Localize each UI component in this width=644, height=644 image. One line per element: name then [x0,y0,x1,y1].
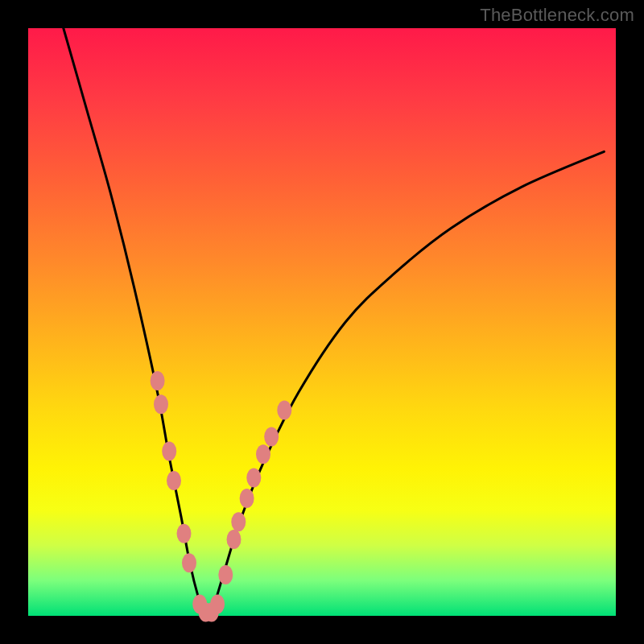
data-point [182,553,196,572]
data-point [151,371,165,390]
data-point [231,512,246,531]
bottleneck-curve [64,28,605,615]
data-point [264,427,279,446]
data-point [177,524,192,543]
data-point [210,594,225,613]
data-point [227,530,242,549]
plot-area [28,28,616,616]
chart-frame: TheBottleneck.com [0,0,644,644]
data-point [154,394,168,414]
data-point [162,442,176,461]
data-point [246,469,261,488]
data-point [256,444,270,464]
watermark-text: TheBottleneck.com [480,5,634,26]
data-point [167,471,181,490]
data-point [218,565,233,584]
data-point [240,489,254,508]
data-point [277,401,291,420]
curve-layer [28,28,616,616]
